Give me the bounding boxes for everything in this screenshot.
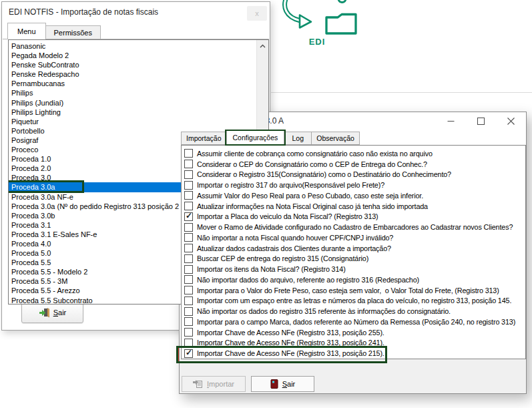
- background-divider-line: [271, 92, 532, 93]
- list-item-label: Proceda 3.0: [11, 174, 51, 182]
- tab-permissoes[interactable]: Permissões: [45, 25, 101, 39]
- checkbox[interactable]: [184, 328, 193, 337]
- window1-close-button[interactable]: x: [247, 6, 267, 21]
- list-item[interactable]: Panasonic: [9, 41, 257, 51]
- checkbox[interactable]: [184, 275, 193, 284]
- checkbox[interactable]: [184, 296, 193, 305]
- list-item-label: Posigraf: [11, 136, 38, 144]
- checkbox-label: Buscar CEP de entrega do registro 315 (C…: [197, 254, 368, 262]
- checkbox-label: Considerar o CEP do Consignatário como o…: [197, 160, 427, 168]
- tab-configuracoes[interactable]: Configurações: [226, 130, 285, 145]
- window2-sair-button[interactable]: Sair: [251, 376, 314, 392]
- window1-titlebar[interactable]: EDI NOTFIS - Importação de notas fiscais: [2, 2, 270, 21]
- checkbox-row: Importar para o campo Marca, dados refer…: [184, 317, 525, 327]
- list-item[interactable]: Philips Lighting: [9, 108, 257, 117]
- checkbox[interactable]: [184, 307, 193, 316]
- checkbox-label: Importar a Placa do veiculo da Nota Fisc…: [197, 212, 378, 220]
- list-item-label: Proceda 3.0a: [11, 183, 55, 191]
- checkbox[interactable]: [184, 160, 193, 168]
- checkbox[interactable]: [184, 170, 193, 179]
- checkbox-label: Importar Chave de Acesso NFe (Registro 3…: [197, 339, 384, 347]
- tab-menu[interactable]: Menu: [7, 23, 46, 39]
- checkbox[interactable]: [184, 317, 193, 326]
- exit-door-red-icon: [270, 379, 278, 389]
- tab-observacao[interactable]: Observação: [311, 132, 360, 145]
- checkbox[interactable]: [184, 191, 193, 200]
- checkbox-label: Importar para o campo Marca, dados refer…: [197, 318, 515, 326]
- settings-checkbox-list: Assumir cliente de cobrança como consign…: [184, 148, 525, 359]
- list-item[interactable]: Penske SubContrato: [9, 60, 257, 69]
- checkbox-row: Mover o Ramo de Atividade configurado no…: [184, 222, 525, 232]
- checkbox-label: Atualizar informações na Nota Fiscal Ori…: [197, 202, 428, 210]
- list-item[interactable]: Pernambucanas: [9, 79, 257, 88]
- checkbox[interactable]: [184, 265, 193, 274]
- list-item-label: Proceda 4.0: [11, 240, 51, 248]
- import-document-icon: [193, 379, 203, 389]
- checkbox-label: Considerar o Registro 315(Consignatário)…: [197, 170, 451, 178]
- checkbox-label: Mover o Ramo de Atividade configurado no…: [197, 223, 513, 231]
- maximize-button[interactable]: [466, 112, 496, 130]
- checkbox-label: Importar para o Valor do Frete Peso, cas…: [197, 286, 499, 294]
- list-item-label: Proceco: [11, 146, 38, 154]
- tab-importacao[interactable]: Importação: [181, 132, 227, 145]
- list-item-label: Proceda 5.5 Subcontrato: [11, 296, 93, 304]
- list-item-label: Penske Redespacho: [11, 70, 79, 78]
- checkbox[interactable]: [184, 181, 193, 190]
- list-item[interactable]: Philips: [9, 88, 257, 97]
- list-item-label: Philips: [11, 89, 33, 97]
- window1-sair-button[interactable]: Sair: [21, 302, 83, 323]
- checkbox[interactable]: [184, 286, 193, 294]
- checkbox[interactable]: [184, 244, 193, 252]
- edi-label: EDI: [302, 37, 332, 47]
- checkbox[interactable]: [184, 202, 193, 210]
- checkbox[interactable]: [184, 233, 193, 242]
- minimize-button[interactable]: [436, 112, 466, 130]
- list-item-label: Proceda 5.5 - Modelo 2: [11, 268, 87, 276]
- checkbox-label: Não importar a nota Fiscal quando houver…: [197, 234, 393, 242]
- list-item-label: Proceda 5.0: [11, 249, 51, 257]
- checkbox-row: Importar Chave de Acesso NFe (Registro 3…: [184, 348, 525, 359]
- checkbox-label: Atualizar dados cadastrais dos Clientes …: [197, 244, 391, 252]
- checkbox-row: Assumir Valor do Peso Real para o Peso C…: [184, 190, 525, 201]
- importar-button[interactable]: Importar: [182, 376, 246, 392]
- settings-panel: Assumir cliente de cobrança como consign…: [181, 145, 526, 359]
- checkbox[interactable]: [184, 223, 193, 232]
- window1-exit-label: Sair: [53, 309, 67, 317]
- list-item-label: Piquetur: [11, 118, 39, 126]
- tab-log[interactable]: Log: [284, 132, 312, 145]
- window2-controls: [436, 112, 526, 130]
- checkbox-row: Importar Chave de Acesso NFe (Registro 3…: [184, 327, 525, 338]
- checkbox-row: Não importar a nota Fiscal quando houver…: [184, 232, 525, 243]
- checkbox-row: Buscar CEP de entrega do registro 315 (C…: [184, 254, 525, 264]
- checkbox[interactable]: [184, 349, 193, 358]
- annotation-box-active-tab: [225, 130, 286, 146]
- list-item[interactable]: Pegada Modelo 2: [9, 51, 257, 60]
- checkbox-label: Não importar os dados do registro 315 re…: [197, 307, 451, 315]
- checkbox-label: Importar os itens da Nota Fiscal? (Regis…: [197, 265, 346, 273]
- checkbox-label: Importar o registro 317 do arquivo(Respo…: [197, 181, 384, 189]
- list-item[interactable]: Piquetur: [9, 117, 257, 126]
- list-item-label: Proceda 3.0a NF-e: [11, 193, 73, 201]
- window-notfis-proceda: NOTFIS - Proceda 3.0 A ImportaçãoConfigu…: [179, 112, 527, 394]
- checkbox[interactable]: [184, 339, 193, 347]
- checkbox-row: Importar Chave de Acesso NFe (Registro 3…: [184, 338, 525, 349]
- checkbox-row: Importar para o Valor do Frete Peso, cas…: [184, 285, 525, 296]
- list-item[interactable]: Philips (Jundiaí): [9, 98, 257, 108]
- list-item-label: Proceda 2.0: [11, 164, 51, 172]
- list-item-label: Proceda 3.0b: [11, 212, 55, 220]
- list-item-label: Proceda 1.0: [11, 155, 51, 163]
- exit-door-icon: [39, 307, 49, 318]
- list-item-label: Panasonic: [11, 42, 45, 50]
- close-button[interactable]: [496, 112, 526, 130]
- list-item[interactable]: Penske Redespacho: [9, 69, 257, 79]
- checkbox[interactable]: [184, 254, 193, 263]
- list-item-label: Portobello: [11, 127, 45, 135]
- list-item-label: Proceda 5.5 - Arezzo: [11, 286, 80, 294]
- checkbox-row: Importar os itens da Nota Fiscal? (Regis…: [184, 264, 525, 274]
- checkbox[interactable]: [184, 149, 193, 158]
- checkbox-label: Assumir cliente de cobrança como consign…: [197, 150, 433, 158]
- checkbox-label: Não importar dados do arquivo, referente…: [197, 276, 419, 284]
- list-item-label: Philips (Jundiaí): [11, 99, 63, 107]
- scrollbar-up-icon[interactable]: [257, 40, 268, 51]
- checkbox[interactable]: [184, 212, 193, 221]
